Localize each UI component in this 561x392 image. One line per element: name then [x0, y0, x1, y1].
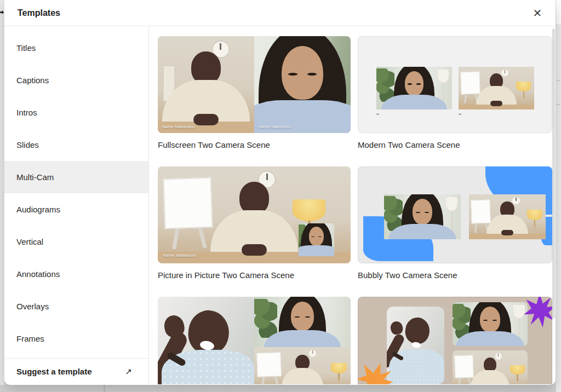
scene-man-room: [254, 347, 351, 384]
person-face: [291, 302, 313, 331]
templates-dialog: Templates ✕ Titles Captions Intros Slide…: [4, 0, 556, 385]
whiteboard: [471, 199, 490, 223]
camera-column: [254, 297, 351, 384]
scene-laughing-man: [387, 307, 444, 384]
floor-lamp: [446, 197, 457, 211]
person-hands: [501, 230, 513, 235]
template-gallery: Name Namerson Name Namerson: [149, 26, 556, 384]
speaker-name-label: Name Namerson: [259, 124, 291, 129]
template-card-bubbly-two-camera[interactable]: [358, 166, 552, 263]
template-preview-illustration: [158, 297, 351, 384]
template-card-pip-two-camera[interactable]: Name Namerson: [158, 166, 351, 263]
template-block: Name Namerson Picture in Picture Two Cam…: [158, 166, 351, 280]
sidebar-item-vertical[interactable]: Vertical: [4, 226, 148, 258]
scene-man-room: [459, 67, 534, 109]
dialog-body: Titles Captions Intros Slides Multi-Cam …: [4, 26, 556, 384]
person-face: [405, 71, 424, 96]
speaker-name-label: Name Namerson: [163, 253, 196, 258]
camera-frame: [376, 67, 452, 109]
sidebar-item-audiograms[interactable]: Audiograms: [4, 193, 148, 226]
scene-woman-room: [376, 67, 452, 109]
template-card-playful-collage[interactable]: [358, 297, 552, 384]
gallery-scrollbar[interactable]: [552, 28, 555, 319]
person-body: [282, 368, 324, 384]
floor-lamp: [438, 70, 449, 83]
lamp: [293, 199, 325, 221]
sidebar-item-captions[interactable]: Captions: [4, 64, 148, 96]
tick-mark: [557, 80, 560, 81]
template-preview-illustration: Name Namerson Name Namerson: [158, 36, 351, 133]
person-body: [381, 95, 447, 109]
speaker-name-label: Name Namerson: [162, 124, 194, 129]
scene-woman-room: [384, 194, 461, 239]
sidebar-item-overlays[interactable]: Overlays: [4, 290, 148, 322]
suggest-template-label: Suggest a template: [16, 367, 92, 376]
sidebar-item-annotations[interactable]: Annotations: [4, 258, 148, 290]
sidebar-item-multicam[interactable]: Multi-Cam: [4, 161, 148, 193]
screen: Templates ✕ Titles Captions Intros Slide…: [0, 0, 561, 392]
underlying-app-right-edge: [556, 0, 561, 392]
name-placeholder-dash: –: [376, 112, 379, 117]
template-block: [158, 297, 351, 384]
scene-man-room: [453, 350, 528, 384]
scene-man-room: [469, 194, 546, 239]
template-card-grid-collage[interactable]: [158, 297, 351, 384]
clock-icon: [512, 197, 520, 205]
clock-icon: [501, 69, 509, 77]
template-title: Modern Two Camera Scene: [358, 140, 552, 150]
template-category-sidebar: Titles Captions Intros Slides Multi-Cam …: [4, 26, 149, 384]
template-card-modern-two-camera[interactable]: – –: [358, 36, 552, 133]
person-face: [309, 227, 324, 246]
lamp: [527, 210, 543, 220]
underlying-app-bottom-edge: [0, 385, 556, 392]
sidebar-item-frames[interactable]: Frames: [4, 322, 148, 355]
dialog-title: Templates: [18, 8, 60, 18]
template-grid: Name Namerson Name Namerson: [158, 36, 556, 384]
scene-woman-room: [453, 302, 528, 346]
camera-frame: [469, 194, 546, 239]
name-placeholder-dash: –: [459, 112, 461, 117]
whiteboard: [257, 352, 282, 377]
person-face: [413, 199, 432, 224]
template-block: – – Modern Two Camera Scene: [358, 36, 552, 150]
camera-frame: [254, 297, 351, 347]
person-body: [299, 245, 334, 256]
suggest-template-button[interactable]: Suggest a template ↗: [4, 359, 148, 384]
camera-frame: [459, 67, 534, 109]
pip-camera-frame: [299, 223, 334, 256]
template-title: Picture in Picture Two Camera Scene: [158, 270, 351, 280]
person-body: [471, 370, 509, 384]
sidebar-item-intros[interactable]: Intros: [4, 96, 148, 129]
dialog-header: Templates ✕: [4, 0, 556, 26]
template-block: Name Namerson Name Namerson: [158, 36, 351, 150]
lamp: [516, 82, 531, 91]
person-head: [403, 316, 431, 345]
template-block: [358, 297, 552, 384]
camera-frame: [387, 307, 444, 384]
scene-woman-closeup: [254, 36, 351, 133]
lamp: [510, 365, 524, 375]
clock-icon: [495, 353, 502, 360]
camera-frame: [453, 350, 528, 384]
clock-icon: [308, 349, 317, 358]
person-body: [456, 331, 524, 346]
scene-man-desk: [158, 36, 254, 133]
template-title: Bubbly Two Camera Scene: [358, 270, 552, 280]
arrow-up-right-icon: ↗: [125, 367, 132, 377]
floor-lamp: [513, 305, 525, 319]
person-face: [480, 307, 500, 332]
underlying-toolbar-edge: [556, 0, 561, 24]
whiteboard: [454, 355, 474, 378]
sidebar-item-titles[interactable]: Titles: [4, 32, 148, 64]
person-body: [388, 224, 457, 239]
lamp: [331, 363, 347, 373]
person-face: [282, 46, 323, 100]
person-hands: [242, 244, 267, 256]
cursor-arrow-icon: [0, 10, 4, 15]
underlying-app-left-edge: [0, 0, 4, 385]
camera-frame: [384, 194, 461, 239]
close-icon[interactable]: ✕: [530, 6, 545, 20]
tick-mark: [557, 104, 560, 105]
template-card-fullscreen-two-camera[interactable]: Name Namerson Name Namerson: [158, 36, 351, 133]
sidebar-item-slides[interactable]: Slides: [4, 129, 148, 161]
